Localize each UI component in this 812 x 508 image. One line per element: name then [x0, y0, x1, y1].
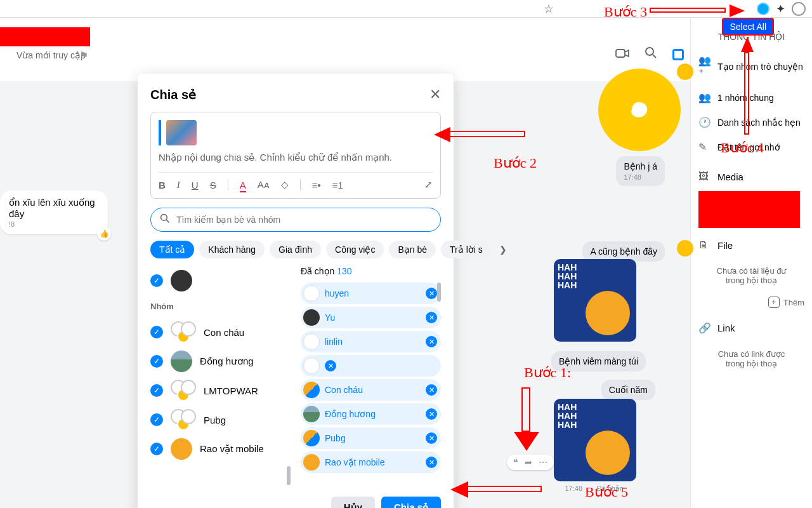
contact-row[interactable]: ✓ [150, 266, 291, 295]
checkbox-checked-icon[interactable]: ✓ [150, 326, 163, 338]
avatar [303, 358, 320, 374]
italic-icon[interactable]: I [177, 180, 180, 190]
avatar [303, 382, 320, 398]
chip-work[interactable]: Công việc [326, 241, 384, 258]
cancel-button[interactable]: Hủy [331, 497, 375, 508]
avatar [303, 430, 320, 446]
group-avatar [171, 380, 196, 401]
contact-row[interactable]: ✓ Đồng hương [150, 347, 291, 376]
quote-icon[interactable]: ❝ [513, 457, 518, 467]
checkbox-checked-icon[interactable]: ✓ [150, 384, 163, 397]
image-icon: 🖼 [698, 171, 711, 182]
contact-name: Pubg [204, 415, 226, 425]
bullet-list-icon[interactable]: ≡• [312, 180, 321, 190]
remove-icon[interactable]: ✕ [426, 312, 437, 323]
remove-icon[interactable]: ✕ [426, 336, 437, 347]
file-empty-text: Chưa có tài liệu đư trong hội thoạ [691, 257, 812, 294]
more-icon[interactable]: ⋯ [539, 457, 547, 467]
extensions-puzzle-icon[interactable]: ✦ [776, 2, 785, 16]
contact-row[interactable]: ✓ LMTOPWAR [150, 376, 291, 405]
contact-name: Rao vặt mobile [200, 443, 264, 455]
remove-icon[interactable]: ✕ [426, 432, 437, 444]
selected-header: Đã chọn 130 [301, 266, 441, 276]
contact-name: LMTOPWAR [204, 385, 258, 396]
video-call-icon[interactable] [615, 47, 629, 62]
selected-item: huyen✕ [301, 283, 441, 304]
selected-item: Rao vặt mobile✕ [301, 451, 441, 473]
remove-icon[interactable]: ✕ [426, 408, 437, 420]
group-avatar [171, 409, 196, 431]
chevron-right-icon[interactable]: ❯ [499, 244, 507, 255]
search-icon[interactable] [645, 46, 657, 62]
scrollbar[interactable] [287, 466, 291, 485]
chip-customers[interactable]: Khách hàng [199, 241, 265, 258]
selected-item: Pubg✕ [301, 427, 441, 449]
sticker-emoji [598, 69, 681, 151]
contact-row[interactable]: ✓ Rao vặt mobile [150, 434, 291, 464]
contact-row[interactable]: ✓ Pubg [150, 405, 291, 434]
file-section[interactable]: 🗎File [691, 233, 812, 257]
bookmark-star-icon[interactable]: ☆ [544, 2, 554, 16]
selected-name: Rao vặt mobile [325, 457, 421, 467]
message-bubble: Cuối năm [601, 380, 655, 400]
reaction-icon[interactable]: 👍 [97, 227, 111, 241]
contact-row[interactable]: ✓ Con cháu [150, 318, 291, 347]
chip-all[interactable]: Tất cả [150, 241, 194, 258]
group-avatar [171, 351, 192, 372]
compose-box[interactable]: Nhập nội dung chia sẻ. Chỉnh kiểu chữ để… [150, 112, 441, 199]
font-size-icon[interactable]: Aᴀ [258, 179, 270, 190]
clock-icon: 🕐 [698, 116, 711, 128]
sender-avatar [677, 240, 693, 257]
compose-placeholder: Nhập nội dung chia sẻ. Chỉnh kiểu chữ để… [159, 152, 433, 163]
remove-icon[interactable]: ✕ [426, 457, 437, 468]
avatar [303, 333, 320, 350]
checkbox-checked-icon[interactable]: ✓ [150, 274, 163, 287]
selected-item: Yu✕ [301, 307, 441, 328]
remove-icon[interactable]: ✕ [426, 384, 437, 396]
share-button[interactable]: Chia sẻ [381, 497, 441, 508]
avatar [303, 309, 320, 326]
extension-icon[interactable] [757, 3, 769, 15]
search-input[interactable] [176, 215, 431, 225]
checkbox-checked-icon[interactable]: ✓ [150, 443, 163, 455]
message-bubble: ổn xĩu lên xĩu xuống đây !8 👍 [0, 190, 108, 234]
profile-avatar-icon[interactable] [792, 2, 806, 16]
last-seen: Vừa mới truy cập [16, 50, 680, 60]
format-toolbar: B I U S A Aᴀ ◇ ≡• ≡1 ⤢ [159, 172, 433, 190]
svg-rect-0 [616, 50, 625, 57]
link-section[interactable]: 🔗Link [691, 316, 812, 340]
media-section[interactable]: 🖼Media [691, 164, 812, 189]
checkbox-checked-icon[interactable]: ✓ [150, 413, 163, 426]
remove-icon[interactable]: ✕ [325, 360, 336, 371]
message-time: !8 [9, 220, 99, 228]
font-color-icon[interactable]: A [240, 180, 246, 190]
chip-family[interactable]: Gia đình [270, 241, 321, 258]
create-group-item[interactable]: 👥⁺Tạo nhóm trò chuyện [691, 48, 812, 85]
forward-icon[interactable]: ➦ [525, 457, 532, 467]
search-contacts[interactable] [150, 208, 441, 232]
scrollbar[interactable] [437, 283, 441, 302]
remove-icon[interactable]: ✕ [426, 288, 437, 299]
chip-autoreply[interactable]: Trả lời s [441, 241, 492, 258]
message-time: 17:48 [565, 485, 582, 492]
select-all-button[interactable]: Select All [722, 18, 774, 36]
message-actions: ❝ ➦ ⋯ [507, 455, 554, 470]
close-icon[interactable]: ✕ [429, 86, 441, 103]
panel-toggle-icon[interactable] [672, 49, 684, 60]
nickname-item[interactable]: ✎Đặt tên gợi nhớ [691, 135, 812, 159]
chip-friends[interactable]: Bạn bè [389, 241, 436, 258]
clear-format-icon[interactable]: ◇ [281, 179, 289, 190]
mutual-group-item[interactable]: 👥1 nhóm chung [691, 85, 812, 110]
checkbox-checked-icon[interactable]: ✓ [150, 355, 163, 368]
expand-icon[interactable]: ⤢ [424, 179, 433, 190]
strike-icon[interactable]: S [210, 180, 216, 190]
tag-icon[interactable]: ⚑ [79, 50, 88, 62]
message-text: Bệnh j á [624, 161, 657, 171]
add-file[interactable]: +Thêm [691, 294, 812, 311]
contact-name: Đồng hương [200, 356, 254, 367]
number-list-icon[interactable]: ≡1 [332, 180, 343, 190]
reminder-item[interactable]: 🕐Danh sách nhắc hẹn [691, 110, 812, 135]
bold-icon[interactable]: B [159, 180, 166, 190]
search-icon [160, 213, 170, 226]
underline-icon[interactable]: U [192, 180, 199, 190]
